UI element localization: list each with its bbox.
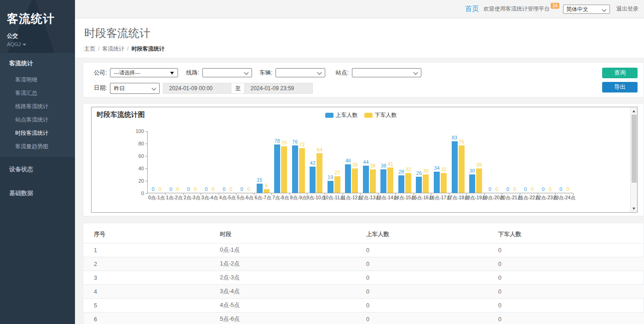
chart-vertical-scrollbar[interactable]: [630, 107, 637, 212]
legend-item-0[interactable]: 上车人数: [325, 111, 358, 119]
table-cell: 0: [366, 285, 498, 299]
bar-value-label: 0: [152, 187, 155, 192]
legend-item-1[interactable]: 下车人数: [364, 111, 397, 119]
query-button[interactable]: 查询: [602, 68, 638, 78]
chart-bar[interactable]: [459, 145, 465, 193]
company-label: 公司:: [94, 69, 107, 77]
chart-bar[interactable]: [423, 174, 429, 193]
bar-group: 83: [452, 135, 458, 193]
scroll-down-icon[interactable]: [631, 205, 637, 212]
chevron-down-icon: [413, 70, 418, 75]
bar-group: 0: [565, 187, 571, 193]
chart-bar[interactable]: [387, 168, 393, 193]
date-end-input[interactable]: 2024-01-09 23:59: [244, 83, 313, 94]
company-select[interactable]: ---请选择---: [110, 68, 178, 77]
chart-bar[interactable]: [299, 148, 305, 193]
chart-category-20: 0020点-21点: [502, 131, 520, 193]
user-menu[interactable]: AQGJ: [7, 41, 75, 47]
bar-group: 6: [264, 183, 270, 193]
bar-value-label: 0: [223, 187, 225, 192]
scroll-up-icon[interactable]: [631, 108, 637, 114]
chart-bar[interactable]: [416, 177, 422, 193]
bar-value-label: 0: [230, 187, 232, 192]
bar-group: 0: [150, 187, 156, 193]
app-brand: 客流统计: [7, 11, 75, 26]
sidebar-item-other-0[interactable]: 设备状态: [0, 160, 75, 179]
chart-bar[interactable]: [352, 168, 358, 193]
chart-category-3: 003点-4点: [201, 131, 219, 193]
chart-bar[interactable]: [345, 164, 351, 193]
topbar: 首页 欢迎使用客流统计管理平台 34 简体中文 退出登录: [75, 0, 644, 18]
breadcrumb-item-1[interactable]: 客流统计: [102, 46, 124, 52]
chart-bar[interactable]: [363, 166, 369, 193]
bar-group: 72: [299, 142, 305, 193]
table-row: 10点-1点00: [83, 243, 644, 257]
chart-bar[interactable]: [257, 184, 263, 193]
breadcrumb-item-0[interactable]: 主页: [84, 46, 95, 52]
logout-button[interactable]: 退出登录: [616, 5, 638, 13]
breadcrumb: 主页/客流统计/时段客流统计: [84, 45, 644, 53]
notification-badge[interactable]: 34: [551, 3, 559, 9]
bar-value-label: 38: [370, 163, 375, 168]
bar-value-label: 78: [274, 139, 280, 144]
bar-group: 39: [352, 162, 358, 193]
chart-bar[interactable]: [380, 169, 386, 193]
bar-value-label: 0: [506, 187, 509, 192]
bar-group: 0: [210, 187, 216, 193]
sidebar-item-other-1[interactable]: 基础数据: [0, 184, 75, 203]
chart-bar[interactable]: [274, 145, 280, 193]
chart-bar[interactable]: [476, 168, 482, 193]
chart-bar[interactable]: [328, 181, 334, 193]
sidebar-subitem-0[interactable]: 客流明细: [0, 73, 75, 87]
x-axis-label: 6点-7点: [254, 195, 271, 201]
sidebar-subitem-3[interactable]: 站点客流统计: [0, 113, 75, 127]
bar-value-label: 46: [345, 158, 351, 163]
table-cell: 0: [498, 299, 644, 312]
chart-bar[interactable]: [292, 145, 298, 193]
sidebar-subitem-5[interactable]: 客流量趋势图: [0, 140, 75, 153]
date-start-input[interactable]: 2024-01-09 00:00: [163, 83, 231, 94]
bar-group: 0: [246, 187, 252, 193]
y-axis-tick-label: 20: [126, 178, 144, 184]
chart-bar[interactable]: [281, 146, 287, 193]
date-preset-select[interactable]: 昨日: [110, 83, 160, 94]
station-select[interactable]: [352, 68, 421, 77]
table-header-row: 序号时段上车人数下车人数: [83, 223, 644, 243]
chart-category-11: 463911点-12点: [343, 131, 361, 193]
chart-bar[interactable]: [405, 173, 411, 193]
sidebar-subitem-1[interactable]: 客流汇总: [0, 87, 75, 100]
sidebar-subitem-4[interactable]: 时段客流统计: [0, 127, 75, 140]
vehicle-select[interactable]: [276, 68, 325, 77]
line-select[interactable]: [202, 68, 252, 77]
chart-category-14: 283214点-15点: [396, 131, 414, 193]
x-axis-label: 7点-8点: [272, 195, 289, 201]
chart-bar[interactable]: [398, 175, 404, 193]
date-label: 日期:: [94, 84, 107, 92]
sidebar-section-passenger-stats: 客流统计 客流明细客流汇总线路客流统计站点客流统计时段客流统计客流量趋势图: [0, 53, 75, 157]
chart-bar[interactable]: [310, 167, 316, 193]
chart-bar[interactable]: [434, 172, 440, 193]
chart-bar[interactable]: [316, 153, 322, 193]
chart-bar[interactable]: [469, 174, 475, 193]
home-link[interactable]: 首页: [465, 5, 479, 13]
breadcrumb-item-2: 时段客流统计: [132, 46, 165, 52]
chart-category-13: 384113点-14点: [378, 131, 396, 193]
sidebar-subitem-2[interactable]: 线路客流统计: [0, 100, 75, 113]
chart-bar[interactable]: [441, 173, 447, 193]
legend-label: 下车人数: [375, 111, 397, 119]
bar-value-label: 0: [169, 187, 172, 192]
bar-value-label: 64: [317, 147, 322, 152]
x-axis-label: 5点-6点: [237, 195, 253, 201]
chart-category-23: 0023点-24点: [556, 131, 574, 193]
chart-bar[interactable]: [370, 169, 376, 193]
bar-group: 39: [476, 162, 482, 193]
chart-bar[interactable]: [334, 176, 340, 193]
bar-value-label: 27: [334, 170, 340, 175]
sidebar-item-passenger-stats[interactable]: 客流统计: [0, 53, 75, 73]
scrollbar-thumb[interactable]: [632, 115, 637, 183]
table-header-0: 序号: [83, 223, 220, 243]
export-button[interactable]: 导出: [602, 82, 638, 93]
chart-bar[interactable]: [264, 189, 270, 193]
language-select[interactable]: 简体中文: [563, 5, 610, 14]
chart-bar[interactable]: [452, 141, 458, 193]
